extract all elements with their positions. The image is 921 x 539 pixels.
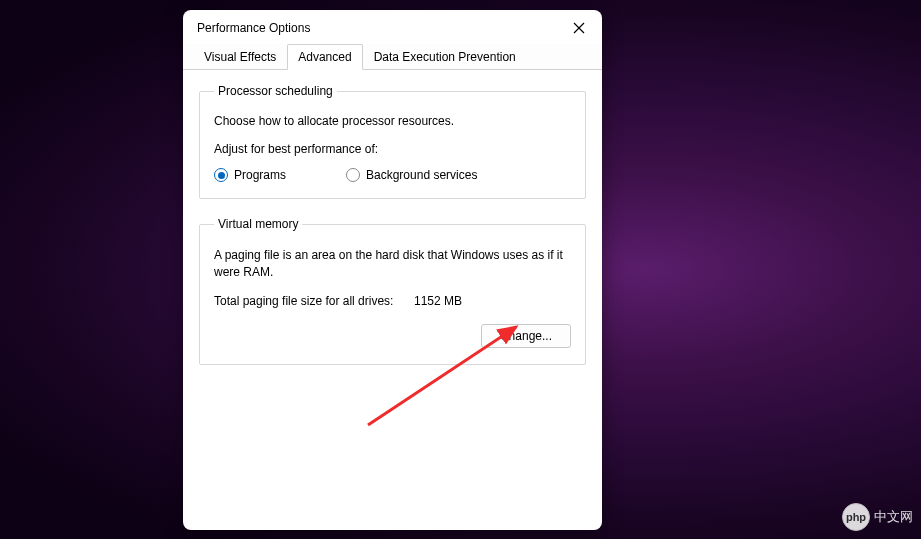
virtual-memory-group: Virtual memory A paging file is an area …: [199, 217, 586, 365]
processor-subhead: Adjust for best performance of:: [214, 142, 571, 156]
performance-options-dialog: Performance Options Visual Effects Advan…: [183, 10, 602, 530]
button-row: Change...: [214, 324, 571, 348]
radio-icon: [346, 168, 360, 182]
tab-advanced[interactable]: Advanced: [287, 44, 362, 70]
close-icon[interactable]: [570, 19, 588, 37]
radio-row: Programs Background services: [214, 168, 571, 182]
processor-desc: Choose how to allocate processor resourc…: [214, 114, 571, 128]
vm-total-row: Total paging file size for all drives: 1…: [214, 294, 571, 308]
dialog-title: Performance Options: [197, 21, 310, 35]
radio-icon: [214, 168, 228, 182]
processor-scheduling-group: Processor scheduling Choose how to alloc…: [199, 84, 586, 199]
processor-legend: Processor scheduling: [214, 84, 337, 98]
watermark: php 中文网: [842, 503, 913, 531]
watermark-logo: php: [842, 503, 870, 531]
watermark-text: 中文网: [874, 508, 913, 526]
titlebar: Performance Options: [183, 10, 602, 44]
tabstrip: Visual Effects Advanced Data Execution P…: [183, 44, 602, 70]
vm-desc: A paging file is an area on the hard dis…: [214, 247, 571, 282]
radio-programs-label: Programs: [234, 168, 286, 182]
radio-programs[interactable]: Programs: [214, 168, 286, 182]
radio-bg-label: Background services: [366, 168, 477, 182]
radio-background-services[interactable]: Background services: [346, 168, 477, 182]
vm-legend: Virtual memory: [214, 217, 302, 231]
vm-total-label: Total paging file size for all drives:: [214, 294, 414, 308]
tab-content: Processor scheduling Choose how to alloc…: [183, 70, 602, 397]
tab-data-execution-prevention[interactable]: Data Execution Prevention: [363, 44, 527, 69]
vm-total-value: 1152 MB: [414, 294, 462, 308]
change-button[interactable]: Change...: [481, 324, 571, 348]
tab-visual-effects[interactable]: Visual Effects: [193, 44, 287, 69]
